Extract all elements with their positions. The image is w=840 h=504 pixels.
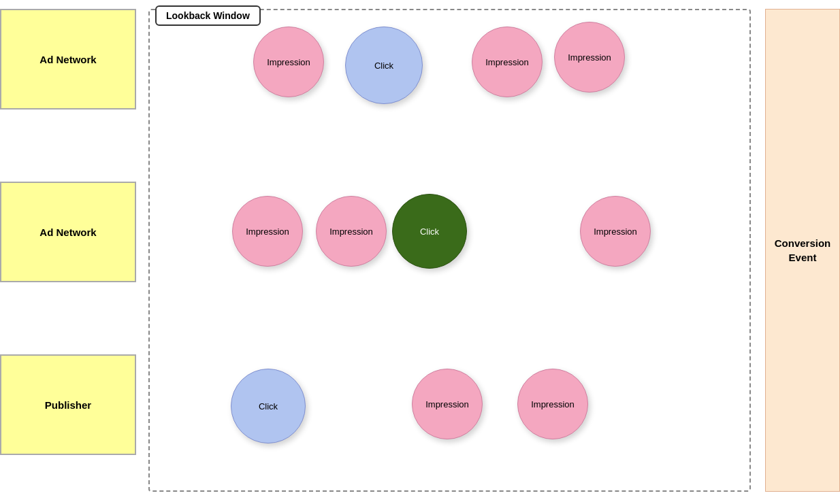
entity-publisher: Publisher (0, 354, 136, 455)
impression-circle: Impression (580, 196, 651, 267)
click-circle-blue: Click (345, 27, 423, 104)
impression-circle: Impression (554, 22, 625, 93)
entity-ad-network-2: Ad Network (0, 182, 136, 282)
entity-label: Ad Network (39, 54, 96, 65)
impression-circle: Impression (412, 369, 483, 439)
impression-circle: Impression (253, 27, 324, 97)
lookback-label: Lookback Window (155, 5, 261, 26)
impression-circle: Impression (316, 196, 387, 267)
entity-label: Ad Network (39, 226, 96, 238)
impression-circle: Impression (232, 196, 303, 267)
entity-ad-network-1: Ad Network (0, 9, 136, 110)
canvas: Ad Network Ad Network Publisher Lookback… (0, 0, 840, 504)
impression-circle: Impression (472, 27, 543, 97)
click-circle-green: Click (392, 194, 467, 269)
entity-label: Publisher (45, 399, 91, 411)
click-circle-blue: Click (231, 369, 306, 443)
impression-circle: Impression (517, 369, 588, 439)
conversion-event-box: ConversionEvent (765, 9, 840, 492)
conversion-label: ConversionEvent (775, 236, 831, 265)
